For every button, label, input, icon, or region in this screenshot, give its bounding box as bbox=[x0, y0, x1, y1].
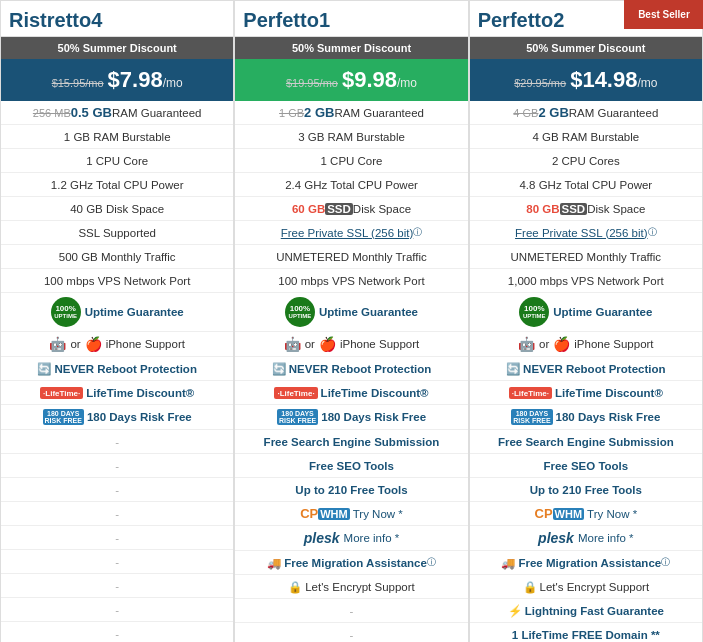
feature-row: - bbox=[1, 574, 233, 598]
feature-dash: - bbox=[115, 580, 119, 592]
feature-row: pleskMore info * bbox=[235, 526, 467, 551]
feature-row: 🔄NEVER Reboot Protection bbox=[235, 357, 467, 381]
feature-row: Up to 210 Free Tools bbox=[470, 478, 702, 502]
feature-row: - bbox=[1, 478, 233, 502]
lifetime-badge: ·LifeTime· bbox=[274, 387, 317, 399]
feature-row: 2 CPU Cores bbox=[470, 149, 702, 173]
price-block: $29.95/mo$14.98/mo bbox=[470, 59, 702, 101]
feature-row: Free Search Engine Submission bbox=[235, 430, 467, 454]
price-current: $9.98 bbox=[342, 67, 397, 92]
feature-row: 🤖 or 🍎 iPhone Support bbox=[1, 332, 233, 357]
feature-row: 180 DAYSRISK FREE180 Days Risk Free bbox=[1, 405, 233, 430]
lifetime-badge: ·LifeTime· bbox=[40, 387, 83, 399]
feature-row: CPWHMTry Now * bbox=[470, 502, 702, 526]
feature-row: SSL Supported bbox=[1, 221, 233, 245]
lightning-icon: ⚡ bbox=[508, 604, 522, 618]
never-reboot-icon: 🔄 bbox=[272, 362, 286, 376]
discount-banner: 50% Summer Discount bbox=[470, 37, 702, 59]
feature-row: UNMETERED Monthly Traffic bbox=[235, 245, 467, 269]
android-icon: 🤖 bbox=[518, 336, 535, 352]
lets-encrypt-icon: 🔒 bbox=[288, 580, 302, 594]
feature-row: 180 DAYSRISK FREE180 Days Risk Free bbox=[235, 405, 467, 430]
plesk-logo: plesk bbox=[538, 530, 574, 546]
discount-banner: 50% Summer Discount bbox=[235, 37, 467, 59]
feature-row: ⚡Lightning Fast Guarantee bbox=[470, 599, 702, 623]
feature-row: 100 mbps VPS Network Port bbox=[235, 269, 467, 293]
plan-perfetto2: Best SellerPerfetto250% Summer Discount$… bbox=[469, 0, 703, 642]
feature-row: 1,000 mbps VPS Network Port bbox=[470, 269, 702, 293]
price-suffix: /mo bbox=[163, 76, 183, 90]
feature-row: 100%UPTIMEUptime Guarantee bbox=[235, 293, 467, 332]
feature-row: - bbox=[1, 430, 233, 454]
feature-row: 256 MB 0.5 GB RAM Guaranteed bbox=[1, 101, 233, 125]
price-original: $15.95/mo bbox=[52, 77, 104, 89]
feature-row: 4.8 GHz Total CPU Power bbox=[470, 173, 702, 197]
feature-row: 🚚Free Migration Assistance ⓘ bbox=[235, 551, 467, 575]
feature-row: ·LifeTime·LifeTime Discount® bbox=[1, 381, 233, 405]
feature-row: 180 DAYSRISK FREE180 Days Risk Free bbox=[470, 405, 702, 430]
feature-dash: - bbox=[115, 508, 119, 520]
feature-row: 🤖 or 🍎 iPhone Support bbox=[470, 332, 702, 357]
cpwhm-logo: CPWHM bbox=[535, 506, 585, 521]
feature-dash: - bbox=[115, 628, 119, 640]
feature-dash: - bbox=[115, 436, 119, 448]
feature-row: 1 GB RAM Burstable bbox=[1, 125, 233, 149]
discount-banner: 50% Summer Discount bbox=[1, 37, 233, 59]
feature-row: ·LifeTime·LifeTime Discount® bbox=[470, 381, 702, 405]
feature-row: - bbox=[1, 526, 233, 550]
feature-row: 2.4 GHz Total CPU Power bbox=[235, 173, 467, 197]
feature-row: 1 CPU Core bbox=[235, 149, 467, 173]
android-icon: 🤖 bbox=[49, 336, 66, 352]
feature-row: Up to 210 Free Tools bbox=[235, 478, 467, 502]
price-suffix: /mo bbox=[637, 76, 657, 90]
feature-row: 3 GB RAM Burstable bbox=[235, 125, 467, 149]
feature-dash: - bbox=[115, 460, 119, 472]
apple-icon: 🍎 bbox=[85, 336, 102, 352]
feature-row: Free SEO Tools bbox=[235, 454, 467, 478]
feature-row: ·LifeTime·LifeTime Discount® bbox=[235, 381, 467, 405]
feature-dash: - bbox=[350, 605, 354, 617]
feature-dash: - bbox=[115, 604, 119, 616]
days180-badge: 180 DAYSRISK FREE bbox=[277, 409, 318, 425]
cpwhm-logo: CPWHM bbox=[300, 506, 350, 521]
feature-dash: - bbox=[115, 484, 119, 496]
plans-container: Ristretto450% Summer Discount$15.95/mo$7… bbox=[0, 0, 703, 642]
best-seller-badge: Best Seller bbox=[624, 0, 703, 29]
plan-title: Ristretto4 bbox=[1, 1, 233, 37]
days180-badge: 180 DAYSRISK FREE bbox=[511, 409, 552, 425]
feature-row: - bbox=[235, 599, 467, 623]
never-reboot-icon: 🔄 bbox=[37, 362, 51, 376]
feature-row: 🤖 or 🍎 iPhone Support bbox=[235, 332, 467, 357]
feature-row: 🔄NEVER Reboot Protection bbox=[1, 357, 233, 381]
feature-row: - bbox=[1, 598, 233, 622]
price-suffix: /mo bbox=[397, 76, 417, 90]
feature-row: Free Private SSL (256 bit) ⓘ bbox=[470, 221, 702, 245]
feature-row: CPWHMTry Now * bbox=[235, 502, 467, 526]
price-original: $29.95/mo bbox=[514, 77, 566, 89]
feature-dash: - bbox=[115, 532, 119, 544]
feature-row: - bbox=[1, 550, 233, 574]
feature-row: 1.2 GHz Total CPU Power bbox=[1, 173, 233, 197]
price-block: $19.95/mo$9.98/mo bbox=[235, 59, 467, 101]
feature-row: 🔒Let's Encrypt Support bbox=[235, 575, 467, 599]
plan-perfetto1: Perfetto150% Summer Discount$19.95/mo$9.… bbox=[234, 0, 468, 642]
feature-row: 🔄NEVER Reboot Protection bbox=[470, 357, 702, 381]
feature-row: 4 GB 2 GB RAM Guaranteed bbox=[470, 101, 702, 125]
feature-row: 1 CPU Core bbox=[1, 149, 233, 173]
feature-row: 40 GB Disk Space bbox=[1, 197, 233, 221]
lifetime-badge: ·LifeTime· bbox=[509, 387, 552, 399]
feature-row: - bbox=[1, 622, 233, 642]
android-icon: 🤖 bbox=[284, 336, 301, 352]
feature-dash: - bbox=[115, 556, 119, 568]
plesk-logo: plesk bbox=[304, 530, 340, 546]
feature-row: 500 GB Monthly Traffic bbox=[1, 245, 233, 269]
price-block: $15.95/mo$7.98/mo bbox=[1, 59, 233, 101]
feature-row: UNMETERED Monthly Traffic bbox=[470, 245, 702, 269]
feature-row: pleskMore info * bbox=[470, 526, 702, 551]
feature-row: 4 GB RAM Burstable bbox=[470, 125, 702, 149]
feature-row: Free Search Engine Submission bbox=[470, 430, 702, 454]
apple-icon: 🍎 bbox=[319, 336, 336, 352]
feature-row: 1 GB 2 GB RAM Guaranteed bbox=[235, 101, 467, 125]
price-current: $14.98 bbox=[570, 67, 637, 92]
feature-row: 1 LifeTime FREE Domain ** bbox=[470, 623, 702, 642]
